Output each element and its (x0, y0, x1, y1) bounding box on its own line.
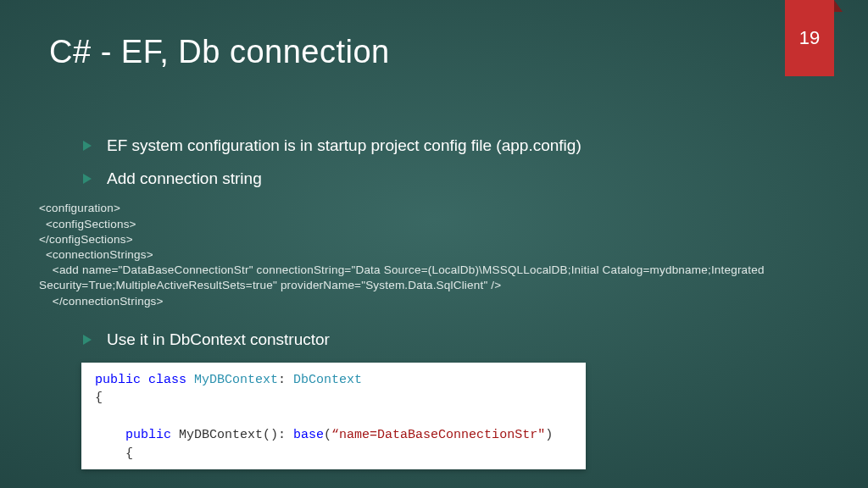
code-punct: { (95, 391, 103, 405)
code-punct: : (278, 373, 293, 387)
code-keyword: base (293, 428, 324, 442)
code-type: DbContext (293, 373, 362, 387)
page-number: 19 (799, 27, 820, 49)
triangle-bullet-icon (83, 141, 92, 151)
xml-config-snippet: <configuration> <configSections> </confi… (39, 201, 834, 309)
csharp-code-snippet: public class MyDBContext: DbContext { pu… (81, 363, 586, 470)
triangle-bullet-icon (83, 174, 92, 184)
code-keyword: public (125, 428, 171, 442)
code-string: “name=DataBaseConnectionStr" (331, 428, 545, 442)
code-punct: ) (545, 428, 553, 442)
triangle-bullet-icon (83, 335, 92, 345)
code-text: MyDBContext(): (171, 428, 293, 442)
slide-content: EF system configuration is in startup pr… (49, 136, 834, 469)
bullet-item: EF system configuration is in startup pr… (83, 136, 834, 157)
bullet-list: EF system configuration is in startup pr… (83, 136, 834, 189)
code-keyword: public (95, 373, 141, 387)
code-punct: ( (324, 428, 331, 442)
code-keyword: class (148, 373, 186, 387)
bullet-item: Use it in DbContext constructor (83, 330, 834, 351)
code-type: MyDBContext (194, 373, 278, 387)
slide-title: C# - EF, Db connection (49, 34, 390, 70)
bullet-item: Add connection string (83, 169, 834, 190)
bullet-text: EF system configuration is in startup pr… (107, 136, 581, 154)
code-punct: { (125, 446, 133, 461)
bullet-text: Add connection string (107, 169, 262, 187)
bullet-text: Use it in DbContext constructor (107, 330, 330, 348)
bullet-list: Use it in DbContext constructor (83, 330, 834, 351)
page-number-tab: 19 (785, 0, 834, 76)
